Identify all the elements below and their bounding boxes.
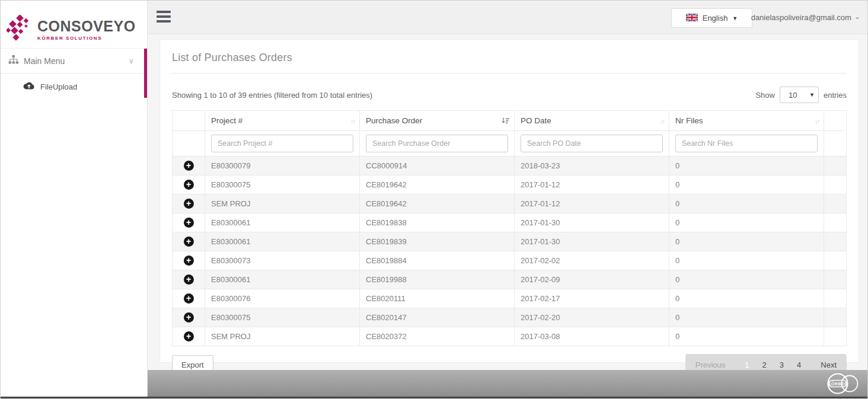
sidebar: CONSOVEYO KÖRBER SOLUTIONS [1,1,148,398]
cell-project: SEM PROJ [205,327,360,346]
empty-cell [824,157,847,175]
column-header-project[interactable]: Project # ↓↑ [205,111,360,131]
cell-purchase_order: CE8020147 [360,308,515,327]
expand-row-button[interactable]: + [184,331,194,341]
expand-row-button[interactable]: + [184,312,194,323]
app-window: CONSOVEYO KÖRBER SOLUTIONS [0,0,868,399]
expand-row-button[interactable]: + [184,237,194,247]
expand-cell: + [173,157,205,175]
cell-project: E80300076 [205,289,360,308]
language-selector-button[interactable]: English ▼ [671,8,752,28]
expand-row-button[interactable]: + [184,256,194,266]
title-divider [172,73,847,74]
chevron-down-icon: ⌄ [854,12,860,21]
caret-down-icon: ▼ [732,15,738,21]
pagination-page-2[interactable]: 2 [756,360,773,369]
korber-logo: KÖRBER [824,372,860,398]
consoveyo-logo-icon [7,15,33,46]
search-po-date-input[interactable] [521,135,663,152]
cloud-upload-icon [23,81,34,92]
filter-empty [173,131,205,157]
cell-project: E80300061 [205,232,360,251]
page-size-select[interactable]: 10 [780,87,819,103]
expand-cell: + [173,270,205,289]
cell-nr_files: 0 [669,157,824,175]
cell-project: E80300075 [205,308,360,327]
expand-row-button[interactable]: + [184,199,194,209]
cell-po_date: 2017-03-08 [515,327,669,346]
brand-text: CONSOVEYO KÖRBER SOLUTIONS [37,19,136,41]
table-row: +E80300061CE80198382017-01-300 [173,213,847,232]
hamburger-menu-icon[interactable] [157,11,171,25]
pagination-previous[interactable]: Previous [689,360,732,369]
user-menu[interactable]: danielaspoliveira@gmail.com ⌄ [751,1,860,34]
pagination-page-1[interactable]: 1 [738,360,755,369]
empty-cell [824,213,847,232]
entries-label: entries [824,91,847,100]
empty-cell [824,251,847,270]
page-length-control: Show 10 ▼ entries [755,87,847,103]
table-row: +E80300075CE80201472017-02-200 [173,308,847,327]
sort-icon: ↓↑ [350,117,355,125]
expand-row-button[interactable]: + [184,161,194,171]
cell-po_date: 2017-02-17 [515,289,669,308]
cell-nr_files: 0 [669,270,824,289]
column-header-po-date[interactable]: PO Date ↓↑ [515,111,669,131]
show-label: Show [755,91,775,100]
cell-project: E80300061 [205,270,360,289]
brand-name: CONSOVEYO [37,19,136,34]
table-info-text: Showing 1 to 10 of 39 entries (filtered … [172,91,372,100]
pagination-next[interactable]: Next [814,360,843,369]
cell-project: E80300079 [205,157,360,175]
expand-cell: + [173,289,205,308]
search-project-input[interactable] [211,135,353,152]
empty-cell [824,327,847,346]
cell-purchase_order: CE8019884 [360,251,515,270]
pagination-pages: 1234 [732,360,814,369]
expand-cell: + [173,251,205,270]
cell-project: E80300061 [205,213,360,232]
pagination-page-3[interactable]: 3 [773,360,790,369]
sidebar-item-main-menu[interactable]: Main Menu ∨ [1,48,147,74]
cell-po_date: 2017-02-09 [515,270,669,289]
active-menu-indicator [144,49,147,98]
cell-purchase_order: CE8019642 [360,175,515,194]
cell-po_date: 2017-01-12 [515,175,669,194]
cell-purchase_order: CE8019642 [360,194,515,213]
cell-project: E80300075 [205,175,360,194]
cell-nr_files: 0 [669,289,824,308]
consoveyo-logo: CONSOVEYO KÖRBER SOLUTIONS [1,1,147,48]
cell-purchase_order: CE8020372 [360,327,515,346]
table-row: +E80300075CE80196422017-01-120 [173,175,847,194]
cell-nr_files: 0 [669,251,824,270]
sidebar-item-fileupload[interactable]: FileUpload [1,74,147,100]
header-expand [173,111,205,131]
empty-cell [824,194,847,213]
expand-row-button[interactable]: + [184,180,194,190]
sort-asc-icon [502,117,509,125]
cell-purchase_order: CE8020111 [360,289,515,308]
expand-cell: + [173,308,205,327]
cell-nr_files: 0 [669,327,824,346]
expand-cell: + [173,327,205,346]
expand-row-button[interactable]: + [184,274,194,285]
search-nr-files-input[interactable] [675,135,818,152]
table-row: +E80300061CE80198392017-01-300 [173,232,847,251]
search-purchase-order-input[interactable] [366,135,508,152]
table-row: +SEM PROJCE80203722017-03-080 [173,327,847,346]
column-header-nr-files[interactable]: Nr Files ↓↑ [669,111,824,131]
cell-nr_files: 0 [669,232,824,251]
column-header-purchase-order[interactable]: Purchase Order [360,111,515,131]
empty-cell [824,308,847,327]
empty-cell [824,289,847,308]
topbar: English ▼ danielaspoliveira@gmail.com ⌄ [148,1,867,34]
empty-cell [824,270,847,289]
pagination-page-4[interactable]: 4 [790,360,808,369]
cell-po_date: 2017-02-20 [515,308,669,327]
cell-nr_files: 0 [669,175,824,194]
expand-row-button[interactable]: + [184,293,194,304]
cell-purchase_order: CE8019839 [360,232,515,251]
language-label: English [703,14,728,23]
expand-row-button[interactable]: + [184,218,194,228]
table-row: +E80300079CC80009142018-03-230 [173,157,847,175]
